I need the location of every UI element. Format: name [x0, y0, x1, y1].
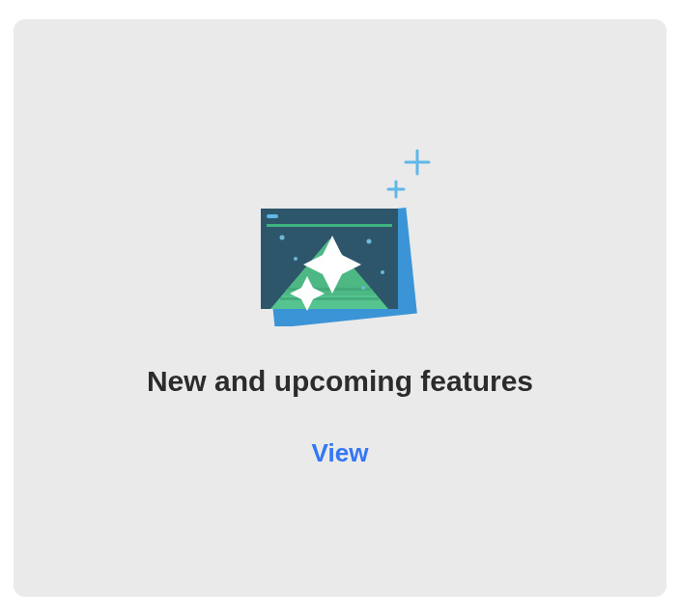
svg-rect-11 — [280, 297, 379, 300]
view-link[interactable]: View — [312, 438, 369, 468]
feature-card: New and upcoming features View — [14, 19, 666, 597]
svg-point-16 — [367, 239, 372, 244]
svg-rect-7 — [267, 224, 392, 227]
svg-point-18 — [361, 286, 365, 290]
svg-point-14 — [280, 236, 285, 240]
svg-rect-6 — [267, 214, 278, 218]
svg-point-17 — [381, 270, 384, 274]
svg-point-15 — [294, 257, 298, 261]
features-illustration — [253, 133, 446, 326]
sparkle-window-icon — [253, 133, 446, 326]
card-title: New and upcoming features — [147, 365, 533, 398]
